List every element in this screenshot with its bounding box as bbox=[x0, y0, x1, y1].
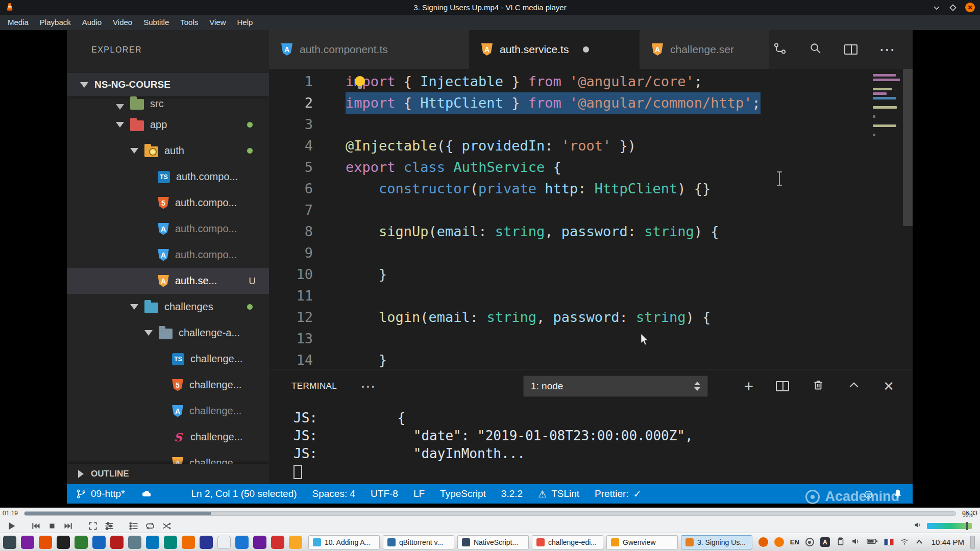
volume-knob[interactable] bbox=[966, 522, 968, 530]
taskbar-app-icon-7[interactable] bbox=[110, 536, 124, 549]
tree-item-auth-compo[interactable]: auth.compo... bbox=[67, 190, 269, 216]
taskbar-app-icon-14[interactable] bbox=[235, 536, 249, 549]
shuffle-button[interactable] bbox=[159, 520, 174, 532]
menu-subtitle[interactable]: Subtitle bbox=[138, 15, 175, 30]
tree-item-challenge[interactable]: challenge... bbox=[67, 450, 269, 464]
editor-scrollbar[interactable] bbox=[903, 69, 913, 226]
taskbar-app-icon-12[interactable] bbox=[200, 536, 213, 549]
video-area[interactable]: EXPLORER NS-NG-COURSE srcappauthauth.com… bbox=[0, 30, 980, 508]
previous-button[interactable] bbox=[29, 520, 43, 532]
window-button-10-adding-a[interactable]: 10. Adding A... bbox=[308, 535, 380, 549]
panel-toggle[interactable] bbox=[970, 536, 975, 549]
tree-item-auth-compo[interactable]: auth.compo... bbox=[67, 164, 269, 190]
menu-video[interactable]: Video bbox=[107, 15, 138, 30]
tree-item-challenge[interactable]: challenge... bbox=[67, 346, 269, 372]
menu-audio[interactable]: Audio bbox=[77, 15, 107, 30]
code-editor[interactable]: 1import { Injectable } from '@angular/co… bbox=[269, 69, 913, 369]
outline-section[interactable]: OUTLINE bbox=[67, 464, 269, 484]
close-button[interactable]: ✕ bbox=[965, 3, 975, 12]
screen-recorder-icon[interactable] bbox=[805, 538, 814, 546]
tray-volume-icon[interactable] bbox=[851, 537, 861, 548]
speaker-icon[interactable] bbox=[914, 520, 923, 532]
taskbar-app-icon-2[interactable] bbox=[21, 536, 34, 549]
cursor-position-status[interactable]: Ln 2, Col 1 (50 selected) bbox=[191, 488, 297, 499]
kill-terminal-icon[interactable] bbox=[812, 379, 825, 394]
window-button-qbittorrent-v[interactable]: qBittorrent v... bbox=[383, 535, 454, 549]
keyboard-layout-indicator[interactable]: EN bbox=[790, 538, 799, 546]
menu-playback[interactable]: Playback bbox=[34, 15, 77, 30]
taskbar-app-icon-5[interactable] bbox=[75, 536, 88, 549]
tree-item-auth[interactable]: auth bbox=[67, 138, 269, 164]
terminal-output[interactable]: JS: {JS: "date": "2019-01-08T23:00:00.00… bbox=[269, 403, 913, 479]
volume-slider[interactable] bbox=[927, 523, 972, 529]
tray-firefox-icon[interactable] bbox=[758, 537, 768, 547]
play-button[interactable] bbox=[4, 520, 18, 532]
maximize-panel-icon[interactable] bbox=[847, 379, 861, 394]
taskbar-app-icon-11[interactable] bbox=[182, 536, 195, 549]
taskbar-app-icon-1[interactable] bbox=[3, 536, 16, 549]
network-icon[interactable] bbox=[900, 537, 909, 547]
minimap[interactable] bbox=[873, 74, 901, 138]
tray-a-icon[interactable]: A bbox=[820, 537, 830, 547]
taskbar-app-icon-17[interactable] bbox=[289, 536, 302, 549]
tree-item-src[interactable]: src bbox=[67, 96, 269, 112]
taskbar-app-icon-15[interactable] bbox=[253, 536, 266, 549]
eol-status[interactable]: LF bbox=[413, 488, 425, 499]
search-icon[interactable] bbox=[808, 41, 823, 58]
tree-item-challenge[interactable]: challenge... bbox=[67, 372, 269, 398]
tslint-status[interactable]: ⚠ TSLint bbox=[538, 488, 579, 500]
split-editor-icon[interactable] bbox=[844, 44, 857, 55]
window-button-gwenview[interactable]: Gwenview bbox=[606, 535, 678, 549]
seek-slider[interactable] bbox=[24, 511, 956, 516]
extended-settings-button[interactable] bbox=[102, 520, 116, 532]
tab-challenge-ser[interactable]: challenge.ser bbox=[640, 30, 769, 69]
playlist-button[interactable] bbox=[127, 520, 141, 532]
tree-item-challenge[interactable]: challenge... bbox=[67, 424, 269, 450]
quickfix-lightbulb-icon[interactable] bbox=[355, 76, 365, 86]
typescript-version-status[interactable]: 3.2.2 bbox=[501, 488, 523, 499]
next-button[interactable] bbox=[61, 520, 76, 532]
terminal-tab-label[interactable]: TERMINAL bbox=[291, 381, 337, 391]
split-terminal-icon[interactable] bbox=[776, 381, 789, 391]
taskbar-app-icon-16[interactable] bbox=[271, 536, 284, 549]
tree-item-challenge[interactable]: challenge... bbox=[67, 398, 269, 424]
open-changes-icon[interactable] bbox=[773, 41, 787, 58]
tree-item-auth-compo[interactable]: auth.compo... bbox=[67, 242, 269, 268]
menu-view[interactable]: View bbox=[204, 15, 231, 30]
fullscreen-button[interactable] bbox=[86, 520, 100, 532]
tree-item-challenges[interactable]: challenges bbox=[67, 294, 269, 320]
publish-changes-button[interactable] bbox=[140, 489, 153, 499]
taskbar-app-icon-9[interactable] bbox=[146, 536, 159, 549]
terminal-instance-select[interactable]: 1: node bbox=[523, 375, 708, 397]
window-button-3-signing-us[interactable]: 3. Signing Us... bbox=[681, 535, 752, 549]
menu-tools[interactable]: Tools bbox=[175, 15, 204, 30]
tree-item-auth-se[interactable]: auth.se...U bbox=[67, 268, 269, 294]
tab-auth-component-ts[interactable]: auth.component.ts bbox=[269, 30, 469, 69]
encoding-status[interactable]: UTF-8 bbox=[371, 488, 398, 499]
taskbar-app-icon-8[interactable] bbox=[128, 536, 141, 549]
tree-item-challenge-a[interactable]: challenge-a... bbox=[67, 320, 269, 346]
taskbar-app-icon-10[interactable] bbox=[164, 536, 177, 549]
tab-auth-service-ts[interactable]: auth.service.ts bbox=[469, 30, 640, 69]
menu-media[interactable]: Media bbox=[2, 15, 34, 30]
menu-help[interactable]: Help bbox=[232, 15, 259, 30]
flag-icon[interactable] bbox=[884, 539, 894, 545]
window-button-challenge-edi[interactable]: challenge-edi... bbox=[532, 535, 603, 549]
stop-button[interactable] bbox=[45, 520, 59, 532]
window-button-nativescript[interactable]: NativeScript... bbox=[457, 535, 529, 549]
minimize-button[interactable] bbox=[933, 4, 941, 12]
tree-item-app[interactable]: app bbox=[67, 112, 269, 138]
project-root-folder[interactable]: NS-NG-COURSE bbox=[67, 73, 269, 96]
tree-item-auth-compo[interactable]: auth.compo... bbox=[67, 216, 269, 242]
taskbar-app-icon-3[interactable] bbox=[39, 536, 52, 549]
prettier-status[interactable]: Prettier: ✓ bbox=[595, 488, 641, 500]
battery-icon[interactable] bbox=[867, 537, 878, 547]
tray-app-icon[interactable] bbox=[774, 537, 784, 547]
language-mode-status[interactable]: TypeScript bbox=[440, 488, 486, 499]
git-branch-status[interactable]: 09-http* bbox=[76, 488, 125, 499]
maximize-button[interactable] bbox=[949, 4, 957, 12]
indentation-status[interactable]: Spaces: 4 bbox=[312, 488, 356, 499]
tray-expand-icon[interactable] bbox=[915, 538, 923, 547]
loop-button[interactable] bbox=[143, 520, 157, 532]
taskbar-app-icon-6[interactable] bbox=[92, 536, 106, 549]
